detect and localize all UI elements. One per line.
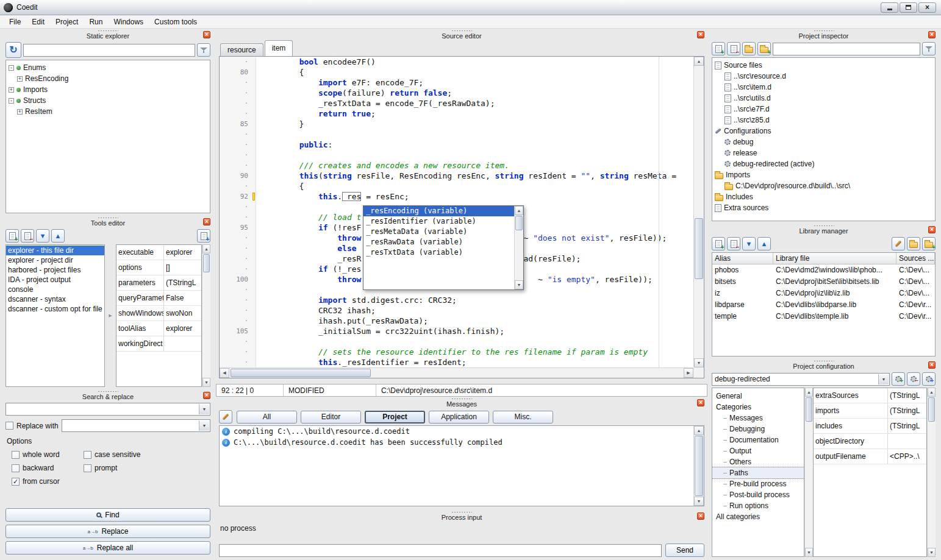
property-value[interactable]: (TStringL xyxy=(888,419,926,433)
menu-custom-tools[interactable]: Custom tools xyxy=(149,16,202,28)
save-library-button[interactable]: + xyxy=(922,237,936,250)
properties-scrollbar[interactable]: ▲ ▼ xyxy=(927,388,936,557)
panel-header[interactable]: Library manager xyxy=(712,224,936,235)
chevron-down-icon[interactable]: ▼ xyxy=(199,404,209,414)
messages-scrollbar[interactable]: ▲ ▼ xyxy=(693,426,704,506)
filter-application[interactable]: Application xyxy=(429,411,489,424)
project-tree-item-source-files[interactable]: Source files xyxy=(712,60,935,71)
column-header-alias[interactable]: Alias xyxy=(712,253,773,264)
clear-messages-button[interactable] xyxy=(219,410,232,424)
add-source-button[interactable]: + xyxy=(712,42,725,55)
scroll-down-icon[interactable]: ▼ xyxy=(202,378,210,387)
checkbox-whole-word[interactable] xyxy=(12,451,20,459)
category-paths[interactable]: Paths xyxy=(712,467,804,478)
panel-close-icon[interactable] xyxy=(928,31,936,38)
checkbox-backward[interactable] xyxy=(12,464,20,472)
tool-item-console[interactable]: console xyxy=(6,285,104,294)
category-pre-build-process[interactable]: Pre-build process xyxy=(712,478,804,489)
project-tree-item-src-utils-d[interactable]: ..\src\utils.d xyxy=(712,93,935,104)
completion-item-resrawdata[interactable]: _resRawData (variable) xyxy=(363,237,514,247)
library-table-header[interactable]: AliasLibrary fileSources ... xyxy=(712,253,935,264)
expander-icon[interactable]: + xyxy=(17,109,23,115)
filter-editor[interactable]: Editor xyxy=(301,411,361,424)
option-prompt[interactable]: prompt xyxy=(84,463,210,473)
move-library-down-button[interactable] xyxy=(742,237,756,250)
panel-header[interactable]: Static explorer xyxy=(5,29,210,40)
category-documentation[interactable]: Documentation xyxy=(712,434,804,445)
expander-icon[interactable]: + xyxy=(9,87,14,93)
drag-grip[interactable] xyxy=(98,391,118,393)
panel-close-icon[interactable] xyxy=(203,392,210,399)
project-tree-item-c-dev-dproj-resource-d-build-src[interactable]: C:\Dev\dproj\resource.d\build\..\src\ xyxy=(712,180,935,191)
scroll-right-icon[interactable]: ▶ xyxy=(684,368,693,378)
panel-header[interactable]: Search & replace xyxy=(5,390,210,401)
checkbox-prompt[interactable] xyxy=(84,464,91,472)
tab-item[interactable]: item xyxy=(265,40,293,56)
editor-vertical-scrollbar[interactable]: ▲ ▼ xyxy=(693,57,704,367)
drag-grip[interactable] xyxy=(814,225,834,227)
category-post-build-process[interactable]: Post-build process xyxy=(712,489,804,500)
symbol-tree-item-imports[interactable]: +Imports xyxy=(6,84,210,95)
panel-close-icon[interactable] xyxy=(928,361,936,369)
tool-item-ida-project-output[interactable]: IDA - project output xyxy=(6,275,104,285)
scroll-down-icon[interactable]: ▼ xyxy=(515,280,523,289)
project-tree-item-includes[interactable]: Includes xyxy=(712,191,935,202)
menu-file[interactable]: File xyxy=(4,16,26,28)
clone-configuration-button[interactable]: + xyxy=(922,372,936,386)
scroll-thumb[interactable] xyxy=(695,436,703,496)
expander-icon[interactable]: - xyxy=(9,65,14,71)
drag-grip[interactable] xyxy=(814,360,834,363)
project-tree-item-src-item-d[interactable]: ..\src\item.d xyxy=(712,82,935,93)
drag-grip[interactable] xyxy=(451,398,472,400)
tool-item-explorer-project-dir[interactable]: explorer - project dir xyxy=(6,255,104,265)
remove-tool-button[interactable]: − xyxy=(21,229,34,243)
titlebar[interactable]: Coedit × xyxy=(0,0,941,15)
panel-header[interactable]: Project inspector xyxy=(712,29,936,40)
panel-close-icon[interactable] xyxy=(203,218,210,225)
option-case-sensitive[interactable]: case sensitive xyxy=(84,449,210,460)
category-categories[interactable]: Categories xyxy=(712,402,804,413)
completion-item-restxtdata[interactable]: _resTxtData (variable) xyxy=(363,247,514,258)
maximize-button[interactable] xyxy=(900,2,917,13)
property-value[interactable]: [] xyxy=(164,260,201,275)
add-tool-button[interactable]: + xyxy=(5,229,19,243)
option-whole-word[interactable]: whole word xyxy=(12,449,84,460)
scroll-thumb[interactable] xyxy=(515,216,523,230)
completion-scrollbar[interactable]: ▲ ▼ xyxy=(514,206,523,289)
open-folder-button[interactable] xyxy=(742,42,756,55)
remove-library-button[interactable]: − xyxy=(727,237,740,250)
replace-all-button[interactable]: Replace all xyxy=(5,541,210,555)
replace-button[interactable]: Replace xyxy=(5,525,210,538)
minimize-button[interactable] xyxy=(881,2,898,13)
configuration-select[interactable]: debug-redirected▼ xyxy=(712,373,890,386)
tool-item-harbored-project-files[interactable]: harbored - project files xyxy=(6,265,104,275)
scroll-down-icon[interactable]: ▼ xyxy=(805,548,813,557)
scroll-thumb[interactable] xyxy=(806,397,812,422)
panel-close-icon[interactable] xyxy=(697,399,704,406)
scroll-down-icon[interactable]: ▼ xyxy=(694,358,704,367)
remove-configuration-button[interactable]: − xyxy=(907,372,920,386)
property-value[interactable]: (TStringL xyxy=(888,388,926,403)
drag-grip[interactable] xyxy=(98,217,118,219)
panel-header[interactable]: Source editor xyxy=(219,29,704,40)
scroll-thumb[interactable] xyxy=(231,369,371,377)
scroll-down-icon[interactable]: ▼ xyxy=(694,497,704,506)
category-messages[interactable]: Messages xyxy=(712,413,804,424)
property-value[interactable]: (TStringL xyxy=(164,275,201,290)
project-tree-item-release[interactable]: release xyxy=(712,147,935,158)
category-output[interactable]: Output xyxy=(712,445,804,456)
chevron-down-icon[interactable]: ▼ xyxy=(199,420,209,431)
scroll-up-icon[interactable]: ▲ xyxy=(694,426,704,435)
inspector-filter-input[interactable] xyxy=(773,43,920,55)
symbol-filter-input[interactable] xyxy=(23,44,195,57)
scroll-up-icon[interactable]: ▲ xyxy=(928,388,936,397)
scroll-up-icon[interactable]: ▲ xyxy=(694,57,704,66)
move-tool-up-button[interactable] xyxy=(51,229,65,243)
remove-source-button[interactable]: − xyxy=(727,42,740,55)
library-row-phobos[interactable]: phobosC:\Dev\dmd2\windows\lib\phob...C:\… xyxy=(712,264,935,276)
scroll-thumb[interactable] xyxy=(203,254,210,272)
tool-item-explorer-this-file-dir[interactable]: explorer - this file dir xyxy=(6,246,104,255)
expander-icon[interactable]: - xyxy=(9,98,14,104)
library-row-libdparse[interactable]: libdparseC:\Dev\dlibs\libdparse.libC:\De… xyxy=(712,299,935,311)
find-button[interactable]: Find xyxy=(5,508,210,522)
